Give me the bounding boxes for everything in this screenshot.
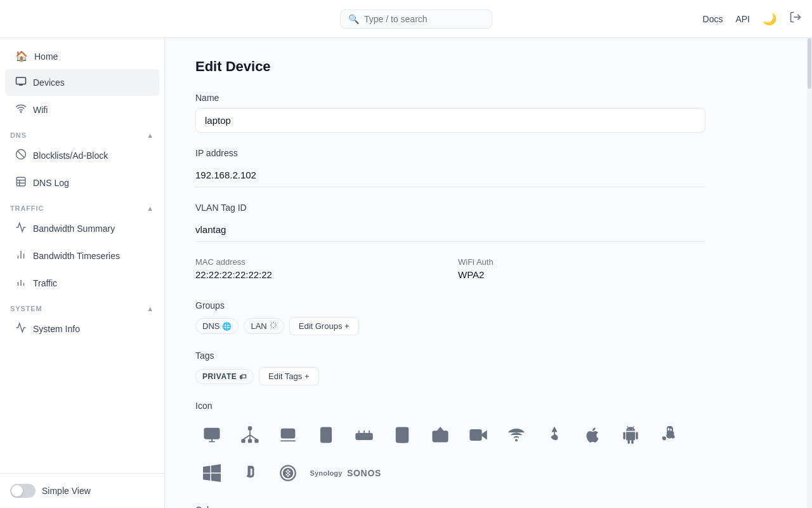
svg-rect-23 [255, 439, 258, 443]
tags-row: PRIVATE 🏷 Edit Tags + [195, 367, 705, 385]
icon-synology[interactable]: Synology [310, 457, 343, 490]
sidebar-item-blocklists[interactable]: Blocklists/Ad-Block [5, 142, 159, 169]
icon-tv[interactable] [424, 418, 457, 451]
wifi-icon [15, 103, 27, 117]
svg-point-30 [325, 439, 327, 440]
home-icon: 🏠 [15, 50, 28, 62]
groups-row: DNS 🌐 LAN Edit Groups + [195, 317, 705, 335]
search-input[interactable] [364, 14, 484, 24]
groups-label: Groups [195, 300, 705, 311]
name-label: Name [195, 93, 705, 103]
svg-line-25 [244, 435, 251, 439]
edit-groups-button[interactable]: Edit Groups + [289, 317, 359, 335]
svg-rect-20 [249, 427, 252, 430]
tag-private: PRIVATE 🏷 [195, 369, 254, 384]
icon-network[interactable] [233, 418, 266, 451]
groups-section: Groups DNS 🌐 LAN Edit Groups + [195, 300, 705, 335]
svg-point-40 [516, 439, 517, 441]
sidebar-nav: 🏠 Home Devices Wifi DNS ▲ Blocklists/Ad-… [0, 38, 164, 473]
sidebar: ☰ SPR v0.3.1 🏠 Home Devices Wifi DNS ▲ [0, 0, 165, 508]
icon-laptop[interactable] [272, 418, 304, 451]
sidebar-item-dns-log-label: DNS Log [33, 178, 69, 188]
group-badge-dns: DNS 🌐 [195, 318, 239, 334]
sidebar-item-devices[interactable]: Devices [5, 69, 159, 96]
sidebar-item-dns-log[interactable]: DNS Log [5, 170, 159, 196]
sidebar-item-bandwidth-summary[interactable]: Bandwidth Summary [5, 215, 159, 242]
header-right: Docs API 🌙 [703, 11, 802, 27]
search-bar[interactable]: 🔍 [340, 10, 492, 29]
name-input[interactable] [195, 108, 705, 133]
tags-label: Tags [195, 351, 705, 361]
svg-rect-6 [16, 177, 25, 186]
traffic-collapse-icon[interactable]: ▲ [147, 204, 154, 212]
icon-ipad[interactable] [386, 418, 419, 451]
icon-router[interactable] [348, 418, 381, 451]
sidebar-item-devices-label: Devices [33, 77, 65, 88]
sidebar-item-home[interactable]: 🏠 Home [5, 44, 159, 69]
scroll-thumb[interactable] [808, 38, 811, 89]
synology-text: Synology [310, 469, 342, 477]
icon-windows[interactable] [195, 457, 228, 490]
system-collapse-icon[interactable]: ▲ [147, 305, 154, 312]
sidebar-item-wifi-label: Wifi [33, 105, 48, 115]
tag-private-icon: 🏷 [239, 373, 247, 380]
bandwidth-timeseries-icon [15, 249, 27, 263]
sidebar-item-bandwidth-timeseries[interactable]: Bandwidth Timeseries [5, 243, 159, 269]
traffic-icon [15, 276, 27, 290]
svg-line-5 [18, 151, 25, 158]
wifi-auth-group: WiFi Auth WPA2 [458, 257, 705, 285]
dns-collapse-icon[interactable]: ▲ [147, 131, 154, 139]
svg-rect-39 [470, 430, 481, 440]
main-content: Edit Device Name IP address 192.168.2.10… [165, 38, 812, 508]
simple-view-toggle[interactable] [10, 484, 36, 498]
icon-tablet[interactable] [310, 418, 343, 451]
svg-rect-21 [242, 439, 245, 443]
icon-apple[interactable] [576, 418, 609, 451]
icon-usb[interactable] [538, 418, 571, 451]
icon-android[interactable] [614, 418, 647, 451]
svg-rect-22 [249, 439, 252, 443]
svg-rect-0 [16, 77, 26, 84]
blocklists-icon [15, 149, 27, 163]
sidebar-item-system-info[interactable]: System Info [5, 316, 159, 342]
dark-mode-icon[interactable]: 🌙 [763, 12, 776, 26]
tag-private-label: PRIVATE [202, 372, 237, 381]
sidebar-item-blocklists-label: Blocklists/Ad-Block [33, 150, 108, 161]
edit-tags-button[interactable]: Edit Tags + [259, 367, 318, 385]
logout-icon[interactable] [789, 11, 802, 27]
edit-tags-label: Edit Tags + [268, 371, 309, 381]
icon-section-label: Icon [195, 401, 705, 411]
icon-camera[interactable] [462, 418, 495, 451]
traffic-section-label: TRAFFIC ▲ [0, 197, 164, 215]
sidebar-item-wifi[interactable]: Wifi [5, 97, 159, 123]
mac-value: 22:22:22:22:22:22 [195, 269, 443, 285]
icon-playstation[interactable] [233, 457, 266, 490]
api-link[interactable]: API [735, 14, 750, 24]
sidebar-item-bandwidth-timeseries-label: Bandwidth Timeseries [33, 251, 120, 261]
bandwidth-summary-icon [15, 222, 27, 236]
vlan-section: VLAN Tag ID vlantag [195, 203, 705, 242]
icon-sonos[interactable]: SONOS [348, 457, 381, 490]
sidebar-item-traffic[interactable]: Traffic [5, 270, 159, 297]
icons-grid: Synology SONOS [195, 418, 705, 490]
dns-log-icon [15, 176, 27, 190]
svg-rect-38 [433, 431, 447, 441]
icons-section: Icon [195, 401, 705, 490]
icon-wifi-device[interactable] [500, 418, 533, 451]
icon-linux[interactable] [652, 418, 685, 451]
icon-raspberry-pi[interactable] [272, 457, 304, 490]
group-dns-label: DNS [202, 321, 219, 331]
tags-section: Tags PRIVATE 🏷 Edit Tags + [195, 351, 705, 385]
svg-line-26 [250, 435, 257, 439]
vlan-label: VLAN Tag ID [195, 203, 705, 213]
search-icon: 🔍 [348, 14, 359, 24]
color-section-label: Color [195, 505, 705, 508]
svg-point-35 [368, 436, 369, 437]
header: 🔍 Docs API 🌙 [0, 0, 812, 38]
icon-desktop[interactable] [195, 418, 228, 451]
svg-rect-17 [204, 429, 219, 439]
group-badge-lan: LAN [244, 318, 284, 334]
wifi-auth-label: WiFi Auth [458, 257, 705, 267]
docs-link[interactable]: Docs [703, 14, 723, 24]
system-info-icon [15, 322, 27, 336]
